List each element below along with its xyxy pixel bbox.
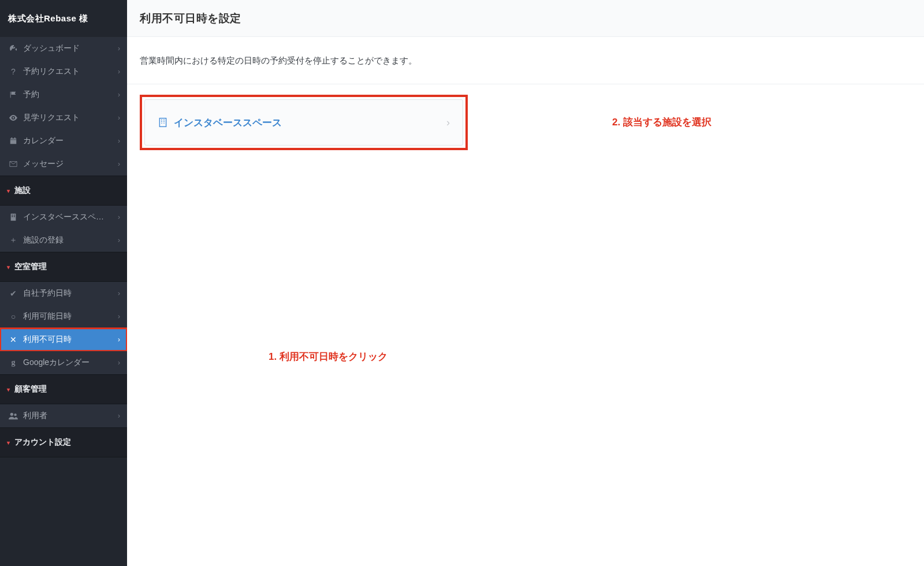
- caret-down-icon: ▾: [7, 440, 10, 446]
- eye-icon: [7, 113, 20, 122]
- sidebar-item-label: ダッシュボード: [23, 43, 118, 54]
- sidebar-item-request[interactable]: ? 予約リクエスト ›: [0, 60, 127, 83]
- section-title: 顧客管理: [14, 384, 47, 394]
- sidebar-item-label: メッセージ: [23, 159, 118, 169]
- annotation-step1: 1. 利用不可日時をクリック: [269, 350, 388, 363]
- sidebar-section-account[interactable]: ▾ アカウント設定: [0, 427, 127, 457]
- page-description: 営業時間内における特定の日時の予約受付を停止することができます。: [127, 37, 924, 84]
- section-title: 施設: [14, 185, 31, 196]
- sidebar-item-label: Googleカレンダー: [23, 358, 118, 368]
- svg-rect-2: [12, 215, 13, 216]
- sidebar-section-facilities[interactable]: ▾ 施設: [0, 176, 127, 206]
- mail-icon: [7, 160, 20, 168]
- page-header: 利用不可日時を設定: [127, 0, 924, 37]
- sidebar-item-facility-instabase[interactable]: インスタベーススペ… ›: [0, 206, 127, 229]
- chevron-right-icon: ›: [118, 137, 120, 145]
- svg-point-0: [13, 117, 14, 119]
- svg-point-7: [14, 414, 16, 416]
- calendar-icon: [7, 137, 20, 145]
- caret-down-icon: ▾: [7, 386, 10, 393]
- sidebar-item-own-booked[interactable]: ✔ 自社予約日時 ›: [0, 282, 127, 305]
- sidebar-item-facility-add[interactable]: ＋ 施設の登録 ›: [0, 229, 127, 252]
- sidebar-item-label: 予約リクエスト: [23, 66, 118, 77]
- section-title: アカウント設定: [14, 437, 71, 448]
- check-icon: ✔: [7, 289, 20, 298]
- chevron-right-icon: ›: [118, 359, 120, 367]
- chevron-right-icon: ›: [118, 114, 120, 122]
- svg-rect-8: [159, 118, 166, 127]
- sidebar-item-label: 見学リクエスト: [23, 113, 118, 123]
- question-icon: ?: [7, 67, 20, 76]
- sidebar-company: 株式会社Rebase 様: [0, 0, 127, 37]
- chevron-right-icon: ›: [118, 68, 120, 76]
- chevron-right-icon: ›: [118, 91, 120, 99]
- google-icon: g: [7, 358, 20, 367]
- sidebar: 株式会社Rebase 様 ダッシュボード › ? 予約リクエスト › 予約 › …: [0, 0, 127, 566]
- sidebar-item-label: 利用者: [23, 411, 118, 421]
- svg-rect-4: [12, 216, 13, 217]
- facility-card[interactable]: インスタベーススペース ›: [144, 99, 463, 146]
- chevron-right-icon: ›: [118, 236, 120, 244]
- sidebar-item-calendar[interactable]: カレンダー ›: [0, 129, 127, 152]
- chevron-right-icon: ›: [118, 312, 120, 321]
- chevron-right-icon: ›: [446, 117, 450, 129]
- gauge-icon: [7, 44, 20, 53]
- building-icon: [7, 213, 20, 221]
- sidebar-item-available[interactable]: ○ 利用可能日時 ›: [0, 305, 127, 328]
- section-title: 空室管理: [14, 262, 47, 272]
- sidebar-item-users[interactable]: 利用者 ›: [0, 404, 127, 427]
- cross-icon: ✕: [7, 335, 20, 344]
- circle-icon: ○: [7, 312, 20, 321]
- svg-point-6: [10, 413, 13, 416]
- chevron-right-icon: ›: [118, 213, 120, 221]
- users-icon: [7, 412, 20, 420]
- chevron-right-icon: ›: [118, 160, 120, 168]
- annotation-step2: 2. 該当する施設を選択: [612, 116, 711, 129]
- annotation-highlight-facility: インスタベーススペース ›: [140, 95, 468, 150]
- sidebar-item-label: カレンダー: [23, 136, 118, 146]
- sidebar-item-bookings[interactable]: 予約 ›: [0, 83, 127, 106]
- sidebar-item-messages[interactable]: メッセージ ›: [0, 152, 127, 176]
- sidebar-nav-main: ダッシュボード › ? 予約リクエスト › 予約 › 見学リクエスト › カレン…: [0, 37, 127, 176]
- flag-icon: [7, 91, 20, 99]
- caret-down-icon: ▾: [7, 264, 10, 270]
- chevron-right-icon: ›: [118, 336, 120, 344]
- chevron-right-icon: ›: [118, 289, 120, 297]
- sidebar-section-customers[interactable]: ▾ 顧客管理: [0, 374, 127, 404]
- sidebar-item-label: 利用不可日時: [23, 334, 118, 345]
- sidebar-item-label: 予約: [23, 90, 118, 100]
- sidebar-item-dashboard[interactable]: ダッシュボード ›: [0, 37, 127, 60]
- sidebar-item-google-calendar[interactable]: g Googleカレンダー ›: [0, 351, 127, 374]
- sidebar-item-label: 施設の登録: [23, 235, 118, 245]
- facility-list: インスタベーススペース ›: [127, 84, 924, 163]
- sidebar-item-unavailable[interactable]: ✕ 利用不可日時 ›: [0, 328, 127, 351]
- sidebar-item-visit-request[interactable]: 見学リクエスト ›: [0, 106, 127, 129]
- chevron-right-icon: ›: [118, 44, 120, 53]
- sidebar-item-label: 利用可能日時: [23, 311, 118, 322]
- caret-down-icon: ▾: [7, 188, 10, 194]
- plus-icon: ＋: [7, 235, 20, 245]
- svg-rect-3: [14, 215, 15, 216]
- chevron-right-icon: ›: [118, 412, 120, 420]
- building-icon: [158, 117, 168, 128]
- page-title: 利用不可日時を設定: [140, 11, 241, 26]
- sidebar-item-label: 自社予約日時: [23, 288, 118, 299]
- svg-rect-1: [11, 214, 16, 221]
- svg-rect-5: [14, 216, 15, 217]
- facility-name: インスタベーススペース: [174, 116, 446, 129]
- sidebar-item-label: インスタベーススペ…: [23, 212, 118, 222]
- main: 利用不可日時を設定 営業時間内における特定の日時の予約受付を停止することができま…: [127, 0, 924, 566]
- sidebar-section-availability[interactable]: ▾ 空室管理: [0, 252, 127, 282]
